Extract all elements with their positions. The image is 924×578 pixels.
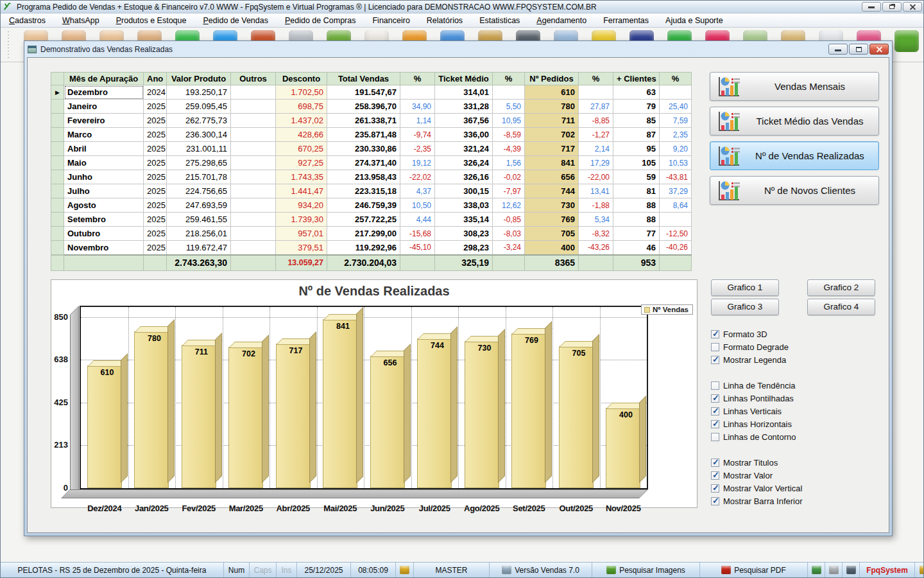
checkbox-box[interactable] xyxy=(711,381,719,390)
checkbox-label: Mostrar Valor xyxy=(723,471,773,480)
table-row[interactable]: Fevereiro2025262.775,731.437,02261.338,7… xyxy=(51,114,692,128)
checkbox-linha-de-tende-ncia[interactable]: Linha de Tendência xyxy=(711,379,884,392)
menu-item-ferramentas[interactable]: Ferramentas xyxy=(595,14,657,27)
checkbox-box[interactable] xyxy=(711,471,719,480)
checkbox-box[interactable] xyxy=(711,497,719,505)
status-key-icon[interactable] xyxy=(396,563,414,577)
checkbox-mostrar-valor-vertical[interactable]: Mostrar Valor Vertical xyxy=(711,482,884,495)
menu-item-ajuda-e-suporte[interactable]: Ajuda e Suporte xyxy=(657,14,732,27)
toolbar-grip[interactable] xyxy=(7,30,10,58)
bar-jul-2025: 744 xyxy=(417,338,452,488)
status-image-icon[interactable] xyxy=(808,563,825,577)
menu-item-relato-rios[interactable]: Relatórios xyxy=(418,14,471,27)
button-grafico-4[interactable]: Grafico 4 xyxy=(807,299,875,315)
status-printer-icon[interactable] xyxy=(825,563,843,577)
checkbox-box[interactable] xyxy=(711,407,719,416)
checkbox-linhas-verticais[interactable]: Linhas Verticais xyxy=(711,405,884,417)
button-grafico-3[interactable]: Grafico 3 xyxy=(711,299,779,315)
status-location-date: PELOTAS - RS 25 de Dezembro de 2025 - Qu… xyxy=(1,563,224,577)
button-grafico-2[interactable]: Grafico 2 xyxy=(807,279,875,296)
menu-item-whatsapp[interactable]: WhatsApp xyxy=(54,14,108,27)
v-gridline xyxy=(175,307,176,488)
col-header-desconto: Desconto xyxy=(276,73,327,85)
x-axis-label: Abr/2025 xyxy=(270,504,317,513)
dialog-maximize-button[interactable] xyxy=(849,44,868,55)
checkbox-box[interactable] xyxy=(711,330,719,338)
report-button-n-de-vendas-realizadas[interactable]: Nº de Vendas Realizadas xyxy=(710,141,879,170)
restore-button[interactable] xyxy=(882,2,902,12)
v-gridline xyxy=(270,307,270,488)
checkbox-label: Linhas Verticais xyxy=(723,407,782,416)
table-row[interactable]: Agosto2025247.693,59934,20246.759,3910,5… xyxy=(51,198,692,213)
report-button-vendas-mensais[interactable]: Vendas Mensais xyxy=(710,72,879,101)
report-button-ticket-me-dio-das-vendas[interactable]: Ticket Médio das Vendas xyxy=(710,107,879,136)
bar-value-label: 656 xyxy=(383,358,397,367)
table-row[interactable]: Setembro2025259.461,551.739,30257.722,25… xyxy=(51,213,692,227)
table-row[interactable]: Novembro2025119.672,47379,51119.292,96-4… xyxy=(51,241,692,255)
bar-value-label: 841 xyxy=(336,322,350,331)
chart-legend: Nº Vendas xyxy=(641,304,693,315)
dialog-icon xyxy=(28,46,37,53)
checkbox-mostrar-barra-inferior[interactable]: Mostrar Barra Inferior xyxy=(711,495,884,507)
x-axis-label: Mar/2025 xyxy=(223,504,270,513)
table-row[interactable]: Marco2025236.300,14428,66235.871,48-9,74… xyxy=(51,128,692,142)
close-button[interactable] xyxy=(903,2,922,12)
table-row[interactable]: Maio2025275.298,65927,25274.371,4019,123… xyxy=(51,156,692,170)
checkbox-label: Mostrar Barra Inferior xyxy=(723,496,803,506)
status-search-pdf[interactable]: Pesquisar PDF xyxy=(700,563,808,577)
table-row[interactable]: Janeiro2025259.095,45698,75258.396,7034,… xyxy=(51,100,692,114)
menu-item-pedido-de-compras[interactable]: Pedido de Compras xyxy=(277,14,364,27)
col-header-n-pedidos: Nº Pedidos xyxy=(525,73,579,85)
chart-plot-area: 0213425638850610Dez/2024780Jan/2025711Fe… xyxy=(80,306,648,489)
table-row[interactable]: Outubro2025218.256,01957,01217.299,00-15… xyxy=(51,227,692,241)
key-icon xyxy=(400,566,409,574)
checkbox-box[interactable] xyxy=(711,484,719,493)
checkbox-formato-degrade[interactable]: Formato Degrade xyxy=(711,340,884,353)
checkbox-formato-3d[interactable]: Formato 3D xyxy=(711,328,884,340)
bar-abr-2025: 717 xyxy=(276,344,311,488)
checkbox-mostrar-valor[interactable]: Mostrar Valor xyxy=(711,469,884,482)
dialog-close-button[interactable] xyxy=(869,44,889,55)
menu-item-cadastros[interactable]: Cadastros xyxy=(1,14,54,27)
chart-panel: Nº de Vendas Realizadas 0213425638850610… xyxy=(51,279,697,508)
bar-value-label: 780 xyxy=(148,334,161,343)
table-row[interactable]: Abril2025231.001,11670,25230.330,86-2,35… xyxy=(51,142,692,156)
menu-item-financeiro[interactable]: Financeiro xyxy=(364,14,418,27)
menu-item-estatisticas[interactable]: Estatisticas xyxy=(471,14,528,27)
checkbox-box[interactable] xyxy=(711,343,719,351)
bar-out-2025: 705 xyxy=(559,346,594,488)
checkbox-box[interactable] xyxy=(711,433,719,441)
checkbox-mostrar-titulos[interactable]: Mostrar Titulos xyxy=(711,456,884,469)
checkbox-box[interactable] xyxy=(711,459,719,467)
x-axis-label: Mai/2025 xyxy=(317,504,364,513)
col-header-: % xyxy=(493,73,525,85)
table-row[interactable]: Junho2025215.701,781.743,35213.958,43-22… xyxy=(51,170,692,184)
status-key2-icon[interactable] xyxy=(915,563,924,577)
table-row[interactable]: ▶Dezembro2024193.250,171.702,50191.547,6… xyxy=(51,85,692,100)
status-search-images[interactable]: Pesquisar Imagens xyxy=(592,563,700,577)
bar-set-2025: 769 xyxy=(511,333,546,488)
menu-item-pedido-de-vendas[interactable]: Pedido de Vendas xyxy=(194,14,276,27)
col-header-ticket-me-dio: Ticket Médio xyxy=(435,73,493,85)
checkbox-label: Linha de Tendência xyxy=(723,381,796,390)
menu-item-agendamento[interactable]: Agendamento xyxy=(528,14,595,27)
bar-value-label: 705 xyxy=(572,349,585,358)
checkbox-mostrar-legenda[interactable]: Mostrar Legenda xyxy=(711,353,884,366)
checkbox-box[interactable] xyxy=(711,420,719,428)
report-button-n-de-novos-clientes[interactable]: Nº de Novos Clientes xyxy=(710,176,879,205)
table-row[interactable]: Julho2025224.756,651.441,47223.315,184,3… xyxy=(51,184,692,198)
status-label: Pesquisar PDF xyxy=(734,566,786,575)
minimize-button[interactable] xyxy=(862,2,881,12)
checkbox-linhas-horizontais[interactable]: Linhas Horizontais xyxy=(711,417,884,430)
checkbox-label: Formato Degrade xyxy=(723,342,789,352)
chart-icon xyxy=(717,110,741,132)
checkbox-linhas-pontilhadas[interactable]: Linhas Pontilhadas xyxy=(711,392,884,405)
checkbox-linhas-de-contorno[interactable]: Linhas de Contorno xyxy=(711,430,884,443)
menu-item-produtos-e-estoque[interactable]: Produtos e Estoque xyxy=(108,14,195,27)
status-monitor-icon[interactable] xyxy=(843,563,860,577)
checkbox-box[interactable] xyxy=(711,356,719,364)
button-grafico-1[interactable]: Grafico 1 xyxy=(711,279,779,296)
exit-icon[interactable] xyxy=(894,30,920,52)
dialog-minimize-button[interactable] xyxy=(828,44,848,55)
checkbox-box[interactable] xyxy=(711,394,719,403)
